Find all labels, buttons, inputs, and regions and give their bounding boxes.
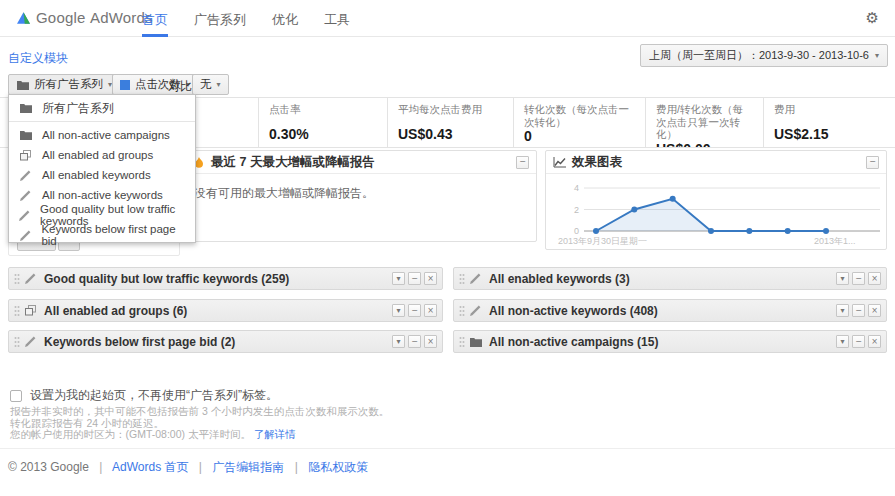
module-close-button[interactable]: × [868, 335, 881, 348]
dropdown-item-label: Keywords below first page bid [41, 223, 187, 247]
top-navigation-bar: Google AdWords 首页 广告系列 优化 工具 ⚙ [0, 0, 895, 37]
module-title: All non-active campaigns (15) [489, 335, 658, 349]
date-range-selector[interactable]: 上周（周一至周日）：2013-9-30 - 2013-10-6 ▾ [640, 44, 888, 67]
adwords-home-page: Google AdWords 首页 广告系列 优化 工具 ⚙ 自定义模块 上周（… [0, 0, 895, 496]
drag-handle-icon[interactable] [14, 305, 20, 317]
note-line: 报告并非实时的，其中可能不包括报告前 3 个小时内发生的点击次数和展示次数。 [10, 406, 389, 418]
note-line: 您的帐户使用的时区为：(GMT-08:00) 太平洋时间。 了解详情 [10, 429, 389, 441]
stat-value: 0 [524, 128, 635, 144]
pencil-icon [19, 170, 32, 181]
module-bar-keywords-below-first-page-bid[interactable]: Keywords below first page bid (2) ▾ − × [8, 330, 443, 353]
footer-link-adwords-home[interactable]: AdWords 首页 [112, 460, 188, 474]
line-chart-icon [553, 157, 566, 168]
metric-color-swatch-icon [120, 80, 130, 90]
dropdown-item-all-enabled-keywords[interactable]: All enabled keywords [9, 165, 195, 185]
module-menu-button[interactable]: ▾ [836, 272, 849, 285]
drag-handle-icon[interactable] [14, 273, 20, 285]
stat-value: US$0.00 [656, 141, 753, 148]
report-notes: 报告并非实时的，其中可能不包括报告前 3 个小时内发生的点击次数和展示次数。 转… [10, 406, 389, 441]
module-menu-button[interactable]: ▾ [836, 304, 849, 317]
stat-label: 费用/转化次数（每次点击只算一次转化） [656, 103, 753, 141]
tab-campaigns[interactable]: 广告系列 [194, 0, 246, 37]
ad-group-icon [24, 305, 37, 316]
stat-label: 费用 [774, 103, 885, 116]
start-page-checkbox[interactable] [10, 390, 22, 402]
footer-link-privacy-policy[interactable]: 隐私权政策 [308, 460, 368, 474]
module-menu-button[interactable]: ▾ [392, 335, 405, 348]
module-title: All non-active keywords (408) [489, 304, 658, 318]
campaign-filter-dropdown: 所有广告系列 All non-active campaigns All enab… [8, 94, 196, 243]
stat-ctr: 点击率 0.30% [258, 98, 387, 147]
module-menu-button[interactable]: ▾ [392, 272, 405, 285]
folder-icon [16, 80, 29, 90]
performance-chart-panel: 效果图表 − 0242013年9月30日星期一2013年1... [545, 150, 887, 250]
stat-label: 转化次数（每次点击一次转化） [524, 103, 635, 128]
module-collapse-button[interactable]: − [852, 304, 865, 317]
folder-icon [19, 103, 32, 113]
module-collapse-button[interactable]: − [408, 272, 421, 285]
dropdown-item-all-campaigns[interactable]: 所有广告系列 [9, 97, 195, 119]
stat-value: US$2.15 [774, 126, 885, 142]
svg-text:0: 0 [574, 226, 579, 236]
module-controls: ▾ − × [392, 335, 437, 348]
dropdown-item-all-enabled-ad-groups[interactable]: All enabled ad groups [9, 145, 195, 165]
module-controls: ▾ − × [836, 304, 881, 317]
dropdown-item-good-quality-low-traffic[interactable]: Good quality but low traffic keywords [9, 205, 195, 225]
module-menu-button[interactable]: ▾ [392, 304, 405, 317]
dropdown-item-all-non-active-campaigns[interactable]: All non-active campaigns [9, 125, 195, 145]
tab-optimize[interactable]: 优化 [272, 0, 298, 37]
gear-icon[interactable]: ⚙ [866, 9, 879, 27]
stat-avg-cpc: 平均每次点击费用 US$0.43 [387, 98, 513, 147]
module-close-button[interactable]: × [424, 272, 437, 285]
drag-handle-icon[interactable] [14, 336, 20, 348]
module-bar-all-non-active-campaigns[interactable]: All non-active campaigns (15) ▾ − × [453, 330, 887, 353]
folder-icon [19, 130, 32, 140]
module-bar-all-enabled-keywords[interactable]: All enabled keywords (3) ▾ − × [453, 267, 887, 290]
module-collapse-button[interactable]: − [852, 272, 865, 285]
module-collapse-button[interactable]: − [852, 335, 865, 348]
dropdown-divider [9, 121, 195, 122]
tab-home[interactable]: 首页 [142, 0, 168, 37]
main-tabs: 首页 广告系列 优化 工具 [142, 0, 350, 37]
pencil-icon [24, 336, 37, 347]
learn-more-link[interactable]: 了解详情 [254, 428, 296, 440]
module-title: All enabled keywords (3) [489, 272, 630, 286]
svg-text:2: 2 [574, 205, 579, 215]
pencil-icon [19, 230, 31, 241]
module-close-button[interactable]: × [868, 272, 881, 285]
module-bar-all-non-active-keywords[interactable]: All non-active keywords (408) ▾ − × [453, 299, 887, 322]
drag-handle-icon[interactable] [459, 336, 465, 348]
footer-link-editorial-guidelines[interactable]: 广告编辑指南 [212, 460, 284, 474]
module-close-button[interactable]: × [424, 335, 437, 348]
svg-text:2013年1...: 2013年1... [814, 236, 856, 246]
customize-modules-link[interactable]: 自定义模块 [8, 50, 68, 67]
stat-value: 0.30% [269, 126, 377, 142]
campaign-filter-button[interactable]: 所有广告系列 ▾ [8, 74, 120, 95]
footer-separator: | [199, 460, 202, 474]
ad-group-icon [19, 150, 32, 161]
drag-handle-icon[interactable] [459, 305, 465, 317]
pencil-icon [24, 273, 37, 284]
module-bar-all-enabled-ad-groups[interactable]: All enabled ad groups (6) ▾ − × [8, 299, 443, 322]
dropdown-item-label: All non-active campaigns [42, 129, 170, 141]
chevron-down-icon: ▾ [875, 51, 879, 60]
module-collapse-button[interactable]: − [408, 335, 421, 348]
module-collapse-button[interactable]: − [408, 304, 421, 317]
performance-chart: 0242013年9月30日星期一2013年1... [546, 174, 886, 248]
module-close-button[interactable]: × [424, 304, 437, 317]
drag-handle-icon[interactable] [459, 273, 465, 285]
collapse-panel-button[interactable]: − [516, 156, 529, 169]
copyright-text: © 2013 Google [8, 460, 89, 474]
module-controls: ▾ − × [392, 304, 437, 317]
module-bar-good-quality-low-traffic[interactable]: Good quality but low traffic keywords (2… [8, 267, 443, 290]
module-menu-button[interactable]: ▾ [836, 335, 849, 348]
tab-tools[interactable]: 工具 [324, 0, 350, 37]
stat-value: US$0.43 [398, 126, 503, 142]
dropdown-item-keywords-below-first-page-bid[interactable]: Keywords below first page bid [9, 225, 195, 245]
module-close-button[interactable]: × [868, 304, 881, 317]
footer-separator: | [99, 460, 102, 474]
dropdown-item-all-non-active-keywords[interactable]: All non-active keywords [9, 185, 195, 205]
collapse-panel-button[interactable]: − [866, 156, 879, 169]
module-title: Keywords below first page bid (2) [44, 335, 235, 349]
compare-selector-button[interactable]: 无 ▾ [192, 74, 229, 95]
